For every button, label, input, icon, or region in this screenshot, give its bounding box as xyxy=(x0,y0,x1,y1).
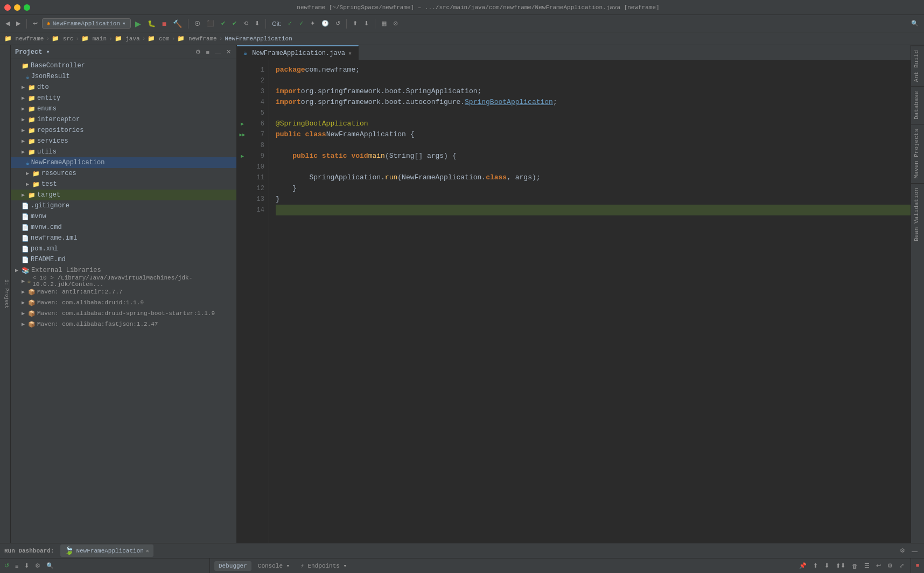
right-tab-database[interactable]: Database xyxy=(911,86,924,124)
tree-item-interceptor[interactable]: ▶📁interceptor xyxy=(11,114,236,125)
git-revert-button[interactable]: ↺ xyxy=(333,19,342,28)
tree-item-iml[interactable]: 📄newframe.iml xyxy=(11,233,236,243)
breadcrumb-classname[interactable]: NewFrameApplication xyxy=(225,36,292,42)
console-align2-btn[interactable]: ⬇ xyxy=(822,561,831,570)
right-tab-bean-validation[interactable]: Bean Validation xyxy=(911,183,924,246)
tree-item-entity[interactable]: ▶📁entity xyxy=(11,93,236,103)
editor-content[interactable]: ▶ ▶▶ ▶ 12345 678910 11121314 package com… xyxy=(237,60,911,543)
bottom-settings-btn[interactable]: ⚙ xyxy=(898,546,907,555)
settings-button[interactable]: ⊘ xyxy=(391,19,400,28)
tree-item-antlr[interactable]: ▶📦Maven: antlr:antlr:2.7.7 xyxy=(11,286,236,297)
breadcrumb-newframe[interactable]: 📁 newframe xyxy=(4,35,44,42)
app-tab-close[interactable]: ✕ xyxy=(146,548,149,554)
console-settings2-btn[interactable]: ⚙ xyxy=(885,561,895,570)
tree-item-pom[interactable]: 📄pom.xml xyxy=(11,243,236,254)
tab-newframeapp[interactable]: ☕ NewFrameApplication.java ✕ xyxy=(237,45,359,60)
project-header: Project ▾ ⚙ ≡ — ✕ xyxy=(11,45,236,59)
run-config-selector[interactable]: ✱ NewFrameApplication ▾ xyxy=(42,18,131,29)
git-check-button[interactable]: ✓ xyxy=(285,19,295,28)
tree-item-newframeapp[interactable]: ☕NewFrameApplication xyxy=(11,157,236,168)
console-expand-btn[interactable]: ⤢ xyxy=(897,561,906,570)
tree-item-target[interactable]: ▶📁target xyxy=(11,190,236,200)
tree-item-jdk[interactable]: ▶☕< 10 > /Library/Java/JavaVirtualMachin… xyxy=(11,276,236,286)
console-clear-btn[interactable]: 🗑 xyxy=(850,562,860,570)
update-button[interactable]: ⬇ xyxy=(253,19,262,28)
history-button[interactable]: ⟲ xyxy=(241,19,250,28)
project-filter-btn[interactable]: ≡ xyxy=(205,48,211,55)
minimize-button[interactable] xyxy=(14,4,20,11)
forward-button[interactable]: ▶ xyxy=(14,19,23,28)
console-tab-console[interactable]: Console ▾ xyxy=(254,561,294,571)
run-settings-btn[interactable]: ⚙ xyxy=(33,561,43,570)
push-button[interactable]: ✔ xyxy=(230,19,239,28)
tree-item-readme[interactable]: 📄README.md xyxy=(11,254,236,265)
tree-item-druid[interactable]: ▶📦Maven: com.alibaba:druid:1.1.9 xyxy=(11,297,236,308)
git-pull-btn[interactable]: ⬇ xyxy=(362,19,371,28)
breadcrumb-newframe2[interactable]: 📁 newframe xyxy=(177,35,216,42)
stop-app-btn[interactable]: ■ xyxy=(914,561,922,569)
tree-item-mvnw[interactable]: 📄mvnw xyxy=(11,211,236,222)
tree-item-utils[interactable]: ▶📁utils xyxy=(11,146,236,157)
profile-button[interactable]: ⬛ xyxy=(205,19,216,28)
run-filter-btn[interactable]: ≡ xyxy=(13,562,20,570)
tree-item-jsonresult[interactable]: ☕JsonResult xyxy=(11,71,236,82)
git-push-btn[interactable]: ⬆ xyxy=(351,19,360,28)
breadcrumb-main[interactable]: 📁 main xyxy=(81,35,107,42)
breadcrumb-com[interactable]: 📁 com xyxy=(148,35,169,42)
console-softrap-btn[interactable]: ↩ xyxy=(874,561,883,570)
console-tab-endpoints[interactable]: ⚡ Endpoints ▾ xyxy=(296,561,351,571)
tree-item-dto[interactable]: ▶📁dto xyxy=(11,82,236,93)
commit-button[interactable]: ✔ xyxy=(219,19,228,28)
console-scroll-btn[interactable]: ☰ xyxy=(862,561,872,570)
console-pin-btn[interactable]: 📌 xyxy=(797,561,809,570)
code-editor[interactable]: package com.newframe; import org.springf… xyxy=(269,60,911,543)
tab-close-icon[interactable]: ✕ xyxy=(348,50,352,57)
bottom-close-btn[interactable]: — xyxy=(909,547,920,555)
breadcrumb-java[interactable]: 📁 java xyxy=(115,35,140,42)
tree-item-services[interactable]: ▶📁services xyxy=(11,136,236,146)
tree-item-test[interactable]: ▶📁test xyxy=(11,179,236,190)
stop-button[interactable]: ■ xyxy=(160,18,169,29)
layout-button[interactable]: ▦ xyxy=(379,19,389,28)
coverage-button[interactable]: ⦿ xyxy=(192,19,202,28)
run-config-name: NewFrameApplication xyxy=(53,20,120,27)
tree-item-fastjson[interactable]: ▶📦Maven: com.alibaba:fastjson:1.2.47 xyxy=(11,319,236,330)
tree-item-mvnwcmd[interactable]: 📄mvnw.cmd xyxy=(11,222,236,233)
debug-button[interactable]: 🐛 xyxy=(145,19,158,29)
git-time-button[interactable]: 🕐 xyxy=(319,19,331,28)
console-tab-debugger[interactable]: Debugger xyxy=(214,561,251,571)
code-line-12: } xyxy=(276,183,911,194)
tree-item-repositories[interactable]: ▶📁repositories xyxy=(11,125,236,136)
maximize-button[interactable] xyxy=(24,4,30,11)
build-button[interactable]: 🔨 xyxy=(171,18,184,29)
project-close-btn[interactable]: ✕ xyxy=(225,48,232,55)
close-button[interactable] xyxy=(4,4,11,11)
right-tab-maven[interactable]: Maven Projects xyxy=(911,124,924,183)
tree-item-gitignore[interactable]: 📄.gitignore xyxy=(11,200,236,211)
git-branch-button[interactable]: ✦ xyxy=(308,19,317,28)
tree-item-basecontroller[interactable]: 📁BaseController xyxy=(11,60,236,71)
breadcrumb-src[interactable]: 📁 src xyxy=(52,35,73,42)
project-collapse-btn[interactable]: — xyxy=(214,48,222,55)
tree-item-enums[interactable]: ▶📁enums xyxy=(11,103,236,114)
back-button[interactable]: ◀ xyxy=(3,19,12,28)
console-align-btn[interactable]: ⬆ xyxy=(811,561,820,570)
code-line-1: package com.newframe; xyxy=(276,65,911,75)
search-everywhere-button[interactable]: 🔍 xyxy=(909,19,921,28)
undo-button[interactable]: ↩ xyxy=(31,19,40,28)
tree-item-resources[interactable]: ▶📁resources xyxy=(11,168,236,179)
run-restart-btn[interactable]: ↺ xyxy=(2,561,11,570)
bottom-tab-app[interactable]: 🍃 NewFrameApplication ✕ xyxy=(60,544,153,557)
line-numbers: 12345 678910 11121314 xyxy=(248,60,269,543)
project-settings-btn[interactable]: ⚙ xyxy=(194,48,202,55)
git-check2-button[interactable]: ✓ xyxy=(297,19,306,28)
right-tab-ant-build[interactable]: Ant Build xyxy=(911,45,924,86)
tree-item-external-libs[interactable]: ▶📚External Libraries xyxy=(11,265,236,276)
run-button[interactable]: ▶ xyxy=(133,18,143,29)
run-filter2-btn[interactable]: 🔍 xyxy=(44,561,56,570)
console-align3-btn[interactable]: ⬆⬇ xyxy=(834,561,848,570)
console-toolbar: Debugger Console ▾ ⚡ Endpoints ▾ 📌 ⬆ ⬇ ⬆… xyxy=(210,558,911,573)
breadcrumb: 📁 newframe › 📁 src › 📁 main › 📁 java › 📁… xyxy=(0,32,924,45)
run-scroll-btn[interactable]: ⬇ xyxy=(22,561,31,570)
tree-item-druid-spring[interactable]: ▶📦Maven: com.alibaba:druid-spring-boot-s… xyxy=(11,308,236,319)
